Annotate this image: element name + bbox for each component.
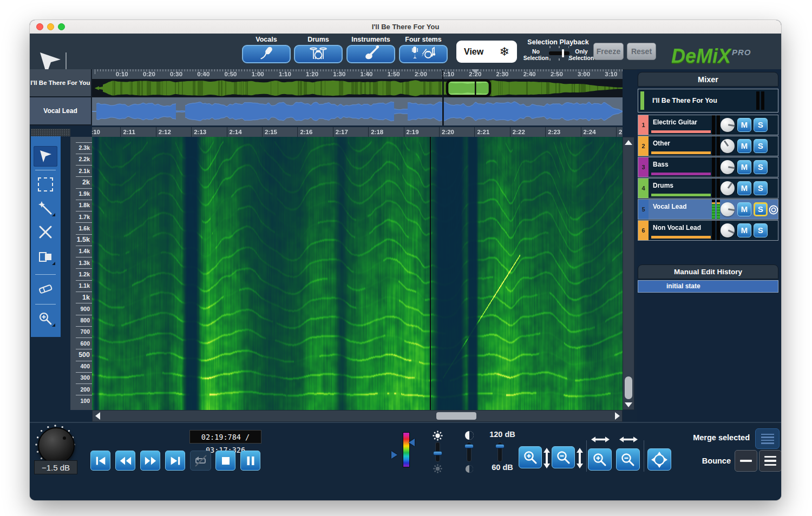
vertical-scrollbar[interactable] — [623, 137, 634, 410]
panel-grip[interactable] — [31, 129, 70, 136]
bounce-single-button[interactable] — [735, 450, 757, 472]
spectrogram-ruler-label: 2:23 — [545, 127, 560, 137]
solo-button[interactable]: S — [754, 202, 768, 216]
horizontal-zoom-out-button[interactable] — [616, 448, 640, 471]
zoom-tool-button[interactable] — [34, 308, 57, 329]
loop-button-disabled[interactable] — [190, 451, 211, 471]
bounce-multi-button[interactable] — [759, 450, 781, 472]
frequency-label: 300 — [80, 374, 90, 381]
horizontal-scrollbar-thumb[interactable] — [436, 412, 476, 420]
db-range-slider-handle[interactable] — [495, 444, 505, 448]
horizontal-arrows-icon — [591, 436, 610, 443]
multi-stem-icon — [764, 456, 776, 458]
mixer-track-row[interactable]: 2OtherMS — [638, 136, 778, 156]
contrast-slider-handle[interactable] — [464, 444, 474, 448]
pan-knob[interactable] — [721, 223, 735, 237]
mixer-track-row[interactable]: 4DrumsMS — [638, 178, 778, 199]
reset-button[interactable]: Reset — [627, 43, 656, 60]
mixer-track-row[interactable]: 6Non Vocal LeadMS — [638, 220, 778, 241]
pan-knob[interactable] — [721, 202, 735, 216]
horizontal-zoom-in-button[interactable] — [588, 448, 612, 471]
microphone-icon — [258, 46, 274, 62]
skip-to-start-button[interactable] — [90, 451, 110, 471]
horizontal-scrollbar[interactable] — [92, 410, 623, 422]
vertical-zoom-in-button[interactable] — [519, 446, 542, 468]
solo-button[interactable]: S — [754, 181, 768, 195]
spectrogram-canvas[interactable] — [92, 137, 623, 410]
overview-ruler-label: 1:00 — [252, 71, 264, 77]
focus-target-icon[interactable] — [769, 205, 778, 217]
cross-tool-button[interactable] — [34, 222, 57, 242]
colormap-gradient[interactable] — [403, 432, 410, 467]
view-button[interactable]: View ❄ — [456, 41, 517, 63]
mixer-track-row[interactable]: 5Vocal LeadMS — [638, 199, 778, 220]
stop-button[interactable] — [215, 451, 235, 471]
track-volume-bar[interactable] — [651, 130, 711, 133]
pan-knob[interactable] — [721, 160, 735, 174]
rewind-button[interactable] — [115, 451, 135, 471]
pan-knob[interactable] — [721, 118, 735, 132]
colormap-lower-handle[interactable] — [391, 451, 397, 459]
skip-to-end-button[interactable] — [165, 451, 185, 471]
overview-waveform[interactable] — [92, 79, 623, 97]
frequency-label: 1.9k — [79, 190, 90, 197]
solo-button[interactable]: S — [754, 223, 768, 237]
solo-button[interactable]: S — [754, 118, 768, 132]
solo-button[interactable]: S — [754, 160, 768, 174]
scroll-left-button[interactable] — [93, 411, 102, 421]
spectrogram-time-ruler[interactable]: 2:102:112:122:132:142:152:162:172:182:19… — [92, 127, 623, 137]
pan-knob[interactable] — [721, 181, 735, 195]
spectrogram-ruler-label: 2:10 — [92, 127, 100, 137]
master-volume-knob[interactable] — [38, 427, 75, 464]
mute-button[interactable]: M — [737, 181, 751, 195]
drums-stem-button[interactable] — [294, 45, 343, 63]
freeze-button[interactable]: Freeze — [593, 43, 624, 60]
fast-forward-button[interactable] — [140, 451, 160, 471]
vocals-stem-button[interactable] — [242, 45, 291, 63]
mute-button[interactable]: M — [737, 139, 751, 153]
mute-button[interactable]: M — [737, 223, 751, 237]
track-volume-bar[interactable] — [651, 173, 711, 175]
track-volume-bar[interactable] — [651, 151, 711, 154]
vertical-zoom-out-button[interactable] — [552, 446, 575, 468]
magic-wand-tool-button[interactable] — [34, 198, 57, 219]
eraser-tool-button[interactable] — [34, 279, 57, 299]
history-item[interactable]: initial state — [638, 280, 778, 293]
brightness-slider-handle[interactable] — [433, 451, 442, 455]
overview-time-ruler[interactable]: 0:100:200:300:400:501:001:101:201:301:40… — [92, 69, 623, 79]
pointer-tool-button[interactable] — [34, 146, 57, 167]
merge-selected-button[interactable] — [755, 428, 780, 449]
vocal-lead-waveform[interactable] — [92, 97, 623, 125]
mute-button[interactable]: M — [737, 160, 751, 174]
playhead-marker[interactable] — [472, 69, 479, 74]
scroll-right-button[interactable] — [612, 411, 622, 421]
mute-button[interactable]: M — [737, 118, 751, 132]
level-meter — [712, 115, 715, 135]
pause-button[interactable] — [240, 451, 260, 471]
mixer-master-row[interactable]: I'll Be There For You — [638, 89, 778, 113]
marquee-select-tool-button[interactable] — [34, 174, 57, 195]
vertical-scrollbar-thumb[interactable] — [625, 376, 632, 399]
scroll-down-button[interactable] — [623, 400, 634, 409]
pan-knob[interactable] — [721, 139, 735, 153]
scroll-up-button[interactable] — [623, 137, 634, 147]
mixer-track-row[interactable]: 3BassMS — [638, 157, 778, 177]
mute-button[interactable]: M — [737, 202, 751, 216]
track-volume-bar[interactable] — [651, 236, 711, 239]
right-panel: Mixer I'll Be There For You 1Electric Gu… — [637, 69, 781, 422]
mixer-track-row[interactable]: 1Electric GuitarMS — [638, 115, 778, 135]
compare-tool-button[interactable] — [34, 247, 57, 267]
spectrogram-ruler-label: 2:11 — [120, 127, 135, 137]
colormap-upper-handle[interactable] — [409, 439, 415, 446]
horizontal-arrows-icon — [619, 436, 638, 443]
frequency-tick — [76, 361, 92, 361]
selection-playback-slider-handle[interactable] — [562, 49, 564, 57]
four-stems-button[interactable] — [399, 45, 448, 63]
frequency-tick — [76, 326, 92, 327]
overview-ruler-label: 2:10 — [442, 71, 454, 77]
overview-ruler-label: 1:40 — [360, 71, 372, 77]
track-volume-bar[interactable] — [651, 194, 711, 196]
solo-button[interactable]: S — [754, 139, 768, 153]
instruments-stem-button[interactable] — [346, 45, 395, 63]
track-name: Drums — [653, 182, 673, 189]
